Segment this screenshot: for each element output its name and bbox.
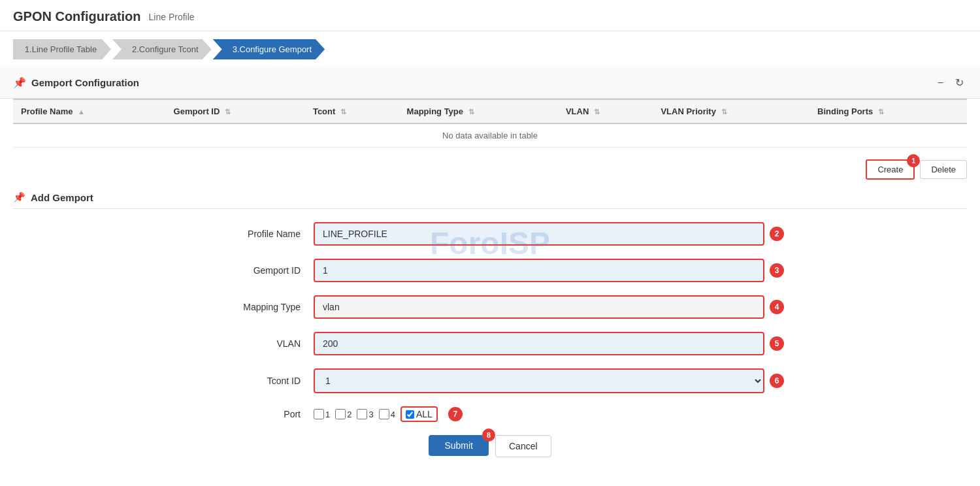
minimize-button[interactable]: − xyxy=(934,75,947,90)
col-mapping-type[interactable]: Mapping Type ⇅ xyxy=(399,99,558,123)
form-group-mapping-type: Mapping Type 4 xyxy=(196,295,784,319)
port-1-checkbox[interactable] xyxy=(314,409,324,419)
form-group-gemport-id: Gemport ID 3 xyxy=(196,259,784,282)
profile-name-wrap: 2 xyxy=(314,222,784,246)
port-item-3: 3 xyxy=(357,409,373,419)
wizard-step-3[interactable]: 3.Configure Gemport xyxy=(213,39,325,59)
tcont-id-badge: 6 xyxy=(770,374,784,388)
port-item-2: 2 xyxy=(335,409,351,419)
form-group-vlan: VLAN 5 xyxy=(196,332,784,355)
port-4-label: 4 xyxy=(391,410,395,419)
port-all-checkbox[interactable] xyxy=(406,410,414,419)
wizard-step-2[interactable]: 2.Configure Tcont xyxy=(112,39,212,59)
sort-icon-vlan: ⇅ xyxy=(594,108,600,116)
col-tcont[interactable]: Tcont ⇅ xyxy=(305,99,399,123)
col-profile-name[interactable]: Profile Name ▲ xyxy=(13,99,166,123)
port-item-4: 4 xyxy=(379,409,395,419)
gemport-id-badge: 3 xyxy=(770,263,784,278)
mapping-type-input[interactable] xyxy=(314,295,764,319)
gemport-config-section: 📌 Gemport Configuration − ↻ xyxy=(0,67,980,99)
step-1-label: 1.Line Profile Table xyxy=(25,44,97,54)
gemport-id-wrap: 3 xyxy=(314,259,784,282)
page-title: GPON Configuration xyxy=(13,9,141,24)
port-2-label: 2 xyxy=(347,410,351,419)
form-actions: 8 Submit Cancel xyxy=(13,435,967,470)
sort-icon-vlan-priority: ⇅ xyxy=(721,108,727,116)
vlan-badge: 5 xyxy=(770,336,784,351)
cancel-button[interactable]: Cancel xyxy=(495,435,551,457)
sort-icon-mapping: ⇅ xyxy=(468,108,474,116)
page-subtitle: Line Profile xyxy=(149,12,195,22)
mapping-type-label: Mapping Type xyxy=(196,302,314,312)
port-1-label: 1 xyxy=(325,410,330,419)
refresh-button[interactable]: ↻ xyxy=(952,75,967,90)
pin-icon: 📌 xyxy=(13,76,26,89)
gemport-config-label: Gemport Configuration xyxy=(31,77,139,88)
step-2-label: 2.Configure Tcont xyxy=(132,44,199,54)
gemport-config-title: 📌 Gemport Configuration xyxy=(13,76,139,89)
table-header-row: Profile Name ▲ Gemport ID ⇅ Tcont ⇅ Mapp… xyxy=(13,99,967,123)
profile-name-input[interactable] xyxy=(314,222,764,246)
submit-button[interactable]: Submit xyxy=(429,435,489,456)
create-badge: 1 xyxy=(907,154,920,167)
submit-btn-wrap: 8 Submit xyxy=(429,435,489,457)
port-3-label: 3 xyxy=(368,410,373,419)
vlan-wrap: 5 xyxy=(314,332,784,355)
port-wrap: 1 2 3 4 ALL 7 xyxy=(314,406,784,422)
col-binding-ports[interactable]: Binding Ports ⇅ xyxy=(809,99,967,123)
port-all-label: ALL xyxy=(416,409,433,419)
no-data-message: No data available in table xyxy=(13,123,967,148)
table-footer: Create 1 Delete xyxy=(0,154,980,185)
port-item-1: 1 xyxy=(314,409,330,419)
create-btn-container: Create 1 xyxy=(866,159,915,180)
col-gemport-id[interactable]: Gemport ID ⇅ xyxy=(166,99,305,123)
port-label: Port xyxy=(196,409,314,419)
gemport-id-label: Gemport ID xyxy=(196,265,314,276)
profile-name-badge: 2 xyxy=(770,227,784,241)
sort-icon-gemport: ⇅ xyxy=(225,108,231,116)
profile-name-label: Profile Name xyxy=(196,229,314,239)
add-gemport-section: 📌 Add Gemport Profile Name 2 Gemport ID … xyxy=(0,185,980,483)
port-3-checkbox[interactable] xyxy=(357,409,367,419)
sort-icon-tcont: ⇅ xyxy=(340,108,346,116)
mapping-type-wrap: 4 xyxy=(314,295,784,319)
page-header: GPON Configuration Line Profile xyxy=(0,0,980,31)
port-badge: 7 xyxy=(448,407,463,421)
sort-icon-profile: ▲ xyxy=(78,108,85,116)
gemport-id-input[interactable] xyxy=(314,259,764,282)
port-group: 1 2 3 4 ALL 7 xyxy=(314,406,463,422)
mapping-type-badge: 4 xyxy=(770,300,784,314)
tcont-id-select[interactable]: 1 2 3 4 xyxy=(314,368,764,393)
vlan-input[interactable] xyxy=(314,332,764,355)
no-data-row: No data available in table xyxy=(13,123,967,148)
wizard-steps: 1.Line Profile Table 2.Configure Tcont 3… xyxy=(0,31,980,67)
vlan-label: VLAN xyxy=(196,338,314,349)
section-actions: − ↻ xyxy=(934,75,967,90)
sort-icon-binding: ⇅ xyxy=(878,108,884,116)
port-4-checkbox[interactable] xyxy=(379,409,389,419)
step-3-label: 3.Configure Gemport xyxy=(233,44,312,54)
form-group-profile-name: Profile Name 2 xyxy=(196,222,784,246)
port-all-wrap: ALL xyxy=(400,406,438,422)
col-vlan[interactable]: VLAN ⇅ xyxy=(558,99,653,123)
add-gemport-label: Add Gemport xyxy=(31,192,93,203)
form-group-tcont-id: Tcont ID 1 2 3 4 6 xyxy=(196,368,784,393)
port-2-checkbox[interactable] xyxy=(335,409,346,419)
gemport-table-container: Profile Name ▲ Gemport ID ⇅ Tcont ⇅ Mapp… xyxy=(0,99,980,154)
gemport-table: Profile Name ▲ Gemport ID ⇅ Tcont ⇅ Mapp… xyxy=(13,99,967,148)
wizard-step-1[interactable]: 1.Line Profile Table xyxy=(13,39,111,59)
submit-badge: 8 xyxy=(482,429,495,442)
form-group-port: Port 1 2 3 4 xyxy=(196,406,784,422)
add-gemport-title: 📌 Add Gemport xyxy=(13,191,967,209)
col-vlan-priority[interactable]: VLAN Priority ⇅ xyxy=(653,99,809,123)
add-pin-icon: 📌 xyxy=(13,191,25,203)
tcont-id-wrap: 1 2 3 4 6 xyxy=(314,368,784,393)
delete-button[interactable]: Delete xyxy=(920,160,967,179)
tcont-id-label: Tcont ID xyxy=(196,376,314,386)
